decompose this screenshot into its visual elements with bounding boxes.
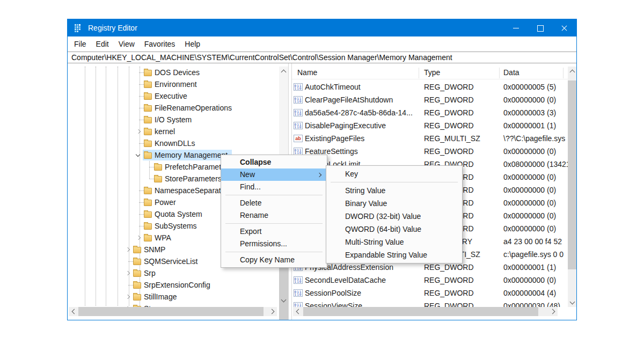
- new-submenu: Key String Value Binary Value DWORD (32-…: [326, 165, 463, 263]
- tree-item[interactable]: kernel: [68, 126, 279, 137]
- menu-bar: File Edit View Favorites Help: [68, 36, 576, 52]
- minimize-button[interactable]: [504, 19, 528, 36]
- registry-value-row[interactable]: 011110da56a5e4-287c-4a5b-86da-14...REG_D…: [292, 106, 568, 119]
- tree-item[interactable]: Environment: [68, 78, 279, 90]
- title-bar[interactable]: Registry Editor: [68, 19, 576, 36]
- chevron-right-icon[interactable]: [125, 303, 132, 307]
- menu-separator: [225, 252, 323, 252]
- registry-value-row[interactable]: 011110ClearPageFileAtShutdownREG_DWORD0x…: [292, 93, 568, 106]
- registry-value-row[interactable]: 011110SecondLevelDataCacheREG_DWORD0x000…: [292, 274, 568, 287]
- scrollbar-thumb[interactable]: [303, 307, 538, 316]
- scroll-up-arrow[interactable]: [279, 67, 288, 76]
- folder-icon: [144, 188, 152, 194]
- address-input[interactable]: [68, 52, 576, 63]
- tree-item[interactable]: StillImage: [68, 291, 279, 303]
- chevron-down-icon[interactable]: [135, 149, 143, 161]
- tree-item[interactable]: Executive: [68, 90, 279, 102]
- scroll-down-arrow[interactable]: [568, 298, 576, 307]
- desktop: Registry Editor File Edit View Favorites…: [0, 0, 644, 337]
- resize-grip[interactable]: [574, 315, 575, 317]
- submenu-item-multi-string-value[interactable]: Multi-String Value: [326, 236, 462, 248]
- registry-value-row[interactable]: 011110DisablePagingExecutiveREG_DWORD0x0…: [292, 119, 568, 132]
- folder-icon: [144, 105, 152, 112]
- column-header-name[interactable]: Name: [297, 68, 317, 77]
- folder-icon: [144, 235, 152, 241]
- folder-icon: [144, 141, 152, 147]
- chevron-right-icon[interactable]: [125, 244, 132, 255]
- list-horizontal-scrollbar[interactable]: [293, 307, 558, 316]
- tree-item[interactable]: Srp: [68, 267, 279, 279]
- scroll-right-arrow[interactable]: [548, 307, 558, 316]
- folder-icon: [144, 93, 152, 100]
- tree-item[interactable]: KnownDLLs: [68, 137, 279, 149]
- dword-icon: 011110: [294, 122, 303, 129]
- menu-separator: [225, 195, 323, 195]
- context-menu-item-rename[interactable]: Rename: [221, 209, 327, 222]
- menu-help[interactable]: Help: [180, 40, 205, 48]
- context-menu-item-collapse[interactable]: Collapse: [221, 156, 327, 169]
- context-menu-item-find[interactable]: Find...: [221, 181, 327, 193]
- maximize-button[interactable]: [528, 19, 552, 36]
- folder-icon: [133, 282, 141, 289]
- registry-value-row[interactable]: abExistingPageFilesREG_MULTI_SZ\??\C:\pa…: [292, 132, 568, 145]
- column-separator[interactable]: [419, 68, 419, 78]
- folder-icon: [133, 247, 141, 253]
- registry-value-row[interactable]: 011110SessionPoolSizeREG_DWORD0x00000004…: [292, 287, 568, 299]
- menu-edit[interactable]: Edit: [91, 40, 114, 48]
- tree-item[interactable]: DOS Devices: [68, 67, 279, 78]
- window-title: Registry Editor: [88, 24, 137, 32]
- menu-view[interactable]: View: [114, 40, 140, 48]
- submenu-item-expandable-string-value[interactable]: Expandable String Value: [326, 248, 462, 261]
- scroll-up-arrow[interactable]: [568, 67, 576, 76]
- tree-item[interactable]: Storage: [68, 303, 279, 307]
- submenu-item-string-value[interactable]: String Value: [326, 184, 462, 197]
- folder-icon: [144, 211, 152, 218]
- folder-icon: [144, 129, 152, 135]
- chevron-right-icon[interactable]: [135, 126, 143, 137]
- scroll-left-arrow[interactable]: [293, 307, 302, 316]
- scrollbar-thumb[interactable]: [78, 307, 264, 316]
- submenu-item-binary-value[interactable]: Binary Value: [326, 197, 462, 210]
- folder-icon: [154, 176, 162, 182]
- column-separator[interactable]: [563, 68, 564, 78]
- chevron-right-icon[interactable]: [135, 232, 143, 244]
- registry-value-row[interactable]: 011110FeatureSettingsREG_DWORD0x00000000…: [292, 145, 568, 158]
- submenu-item-key[interactable]: Key: [326, 167, 462, 180]
- scroll-right-arrow[interactable]: [268, 307, 277, 316]
- address-bar: [68, 52, 576, 63]
- dword-icon: 011110: [294, 83, 303, 91]
- scrollbar-thumb[interactable]: [568, 80, 576, 269]
- folder-icon: [144, 117, 152, 123]
- registry-app-icon: [75, 24, 83, 32]
- column-header-type[interactable]: Type: [424, 68, 440, 77]
- context-menu-item-new[interactable]: New: [221, 169, 327, 181]
- chevron-right-icon[interactable]: [125, 291, 132, 303]
- column-header-data[interactable]: Data: [503, 68, 519, 77]
- tree-item[interactable]: I/O System: [68, 114, 279, 126]
- submenu-item-qword-value[interactable]: QWORD (64-bit) Value: [326, 223, 462, 236]
- menu-file[interactable]: File: [69, 40, 91, 48]
- tree-item[interactable]: FileRenameOperations: [68, 102, 279, 114]
- submenu-item-dword-value[interactable]: DWORD (32-bit) Value: [326, 210, 462, 223]
- dword-icon: 011110: [294, 96, 303, 104]
- dword-icon: 011110: [294, 289, 303, 297]
- tree-item[interactable]: SrpExtensionConfig: [68, 279, 279, 291]
- context-menu-item-export[interactable]: Export: [221, 225, 327, 238]
- folder-icon: [144, 152, 152, 159]
- scroll-left-arrow[interactable]: [69, 307, 78, 316]
- scroll-down-arrow[interactable]: [279, 296, 288, 305]
- registry-editor-window: Registry Editor File Edit View Favorites…: [67, 19, 577, 320]
- context-menu-item-permissions[interactable]: Permissions...: [221, 238, 327, 250]
- close-button[interactable]: [552, 19, 576, 36]
- context-menu-item-copy-key-name[interactable]: Copy Key Name: [221, 254, 327, 266]
- list-vertical-scrollbar[interactable]: [568, 67, 576, 307]
- registry-value-row[interactable]: 011110SessionViewSizeREG_DWORD0x00000030…: [292, 299, 568, 307]
- tree-horizontal-scrollbar[interactable]: [69, 307, 277, 316]
- menu-favorites[interactable]: Favorites: [140, 40, 180, 48]
- folder-icon: [144, 82, 152, 88]
- column-separator[interactable]: [499, 68, 500, 78]
- chevron-right-icon[interactable]: [125, 267, 132, 279]
- registry-value-row[interactable]: 011110AutoChkTimeoutREG_DWORD0x00000005 …: [292, 80, 568, 93]
- context-menu-item-delete[interactable]: Delete: [221, 197, 327, 209]
- dword-icon: 011110: [294, 302, 303, 307]
